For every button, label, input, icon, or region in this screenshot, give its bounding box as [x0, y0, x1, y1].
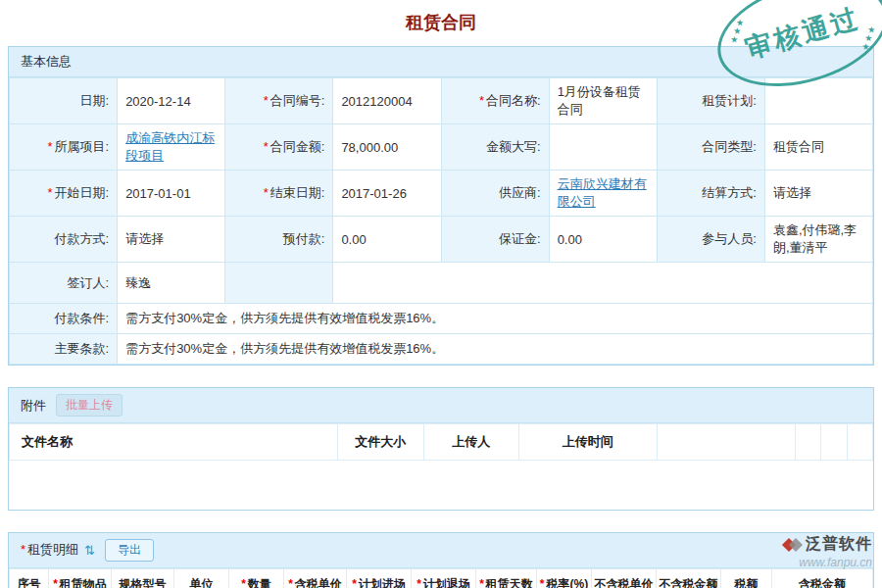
required-asterisk: *: [540, 577, 545, 588]
label-contract-no: *合同编号:: [225, 78, 333, 124]
detail-col-planned-entry-date: *计划进场日期: [347, 568, 412, 588]
attach-col-empty: [657, 424, 795, 461]
label-signer: 签订人:: [10, 263, 118, 304]
required-asterisk: *: [47, 139, 52, 154]
label-end-date: *结束日期:: [225, 171, 333, 217]
label-date: 日期:: [10, 78, 118, 124]
required-asterisk: *: [21, 542, 25, 557]
detail-col-excl-tax-amount: 不含税金额: [657, 568, 721, 588]
value-contract-name: 1月份设备租赁合同: [549, 78, 657, 124]
required-asterisk: *: [479, 93, 484, 108]
attach-col-upload-time: 上传时间: [518, 424, 657, 461]
required-asterisk: *: [416, 577, 421, 588]
required-asterisk: *: [264, 139, 269, 154]
label-amount-in-words: 金额大写:: [441, 124, 549, 171]
value-payment-terms: 需方支付30%定金，供方须先提供有效增值税发票16%。: [118, 304, 873, 334]
attach-col-file-size: 文件大小: [337, 424, 423, 461]
label-participants: 参与人员:: [657, 217, 764, 263]
label-contract-name: *合同名称:: [441, 78, 549, 124]
value-lease-plan: [764, 78, 872, 124]
attachments-table: 文件名称 文件大小 上传人 上传时间: [9, 423, 873, 510]
attachments-title: 附件: [21, 397, 46, 415]
project-link[interactable]: 成渝高铁内江标段项目: [125, 130, 215, 163]
empty-value-cell: [333, 263, 873, 304]
value-date: 2020-12-14: [118, 78, 225, 124]
required-asterisk: *: [264, 185, 269, 200]
sort-icon[interactable]: ⇅: [84, 543, 95, 558]
lease-details-section: *租赁明细 ⇅ 导出 序号 *租赁物品 规格型号 单位 *数量 *含税单价 *计…: [8, 532, 874, 588]
attachments-section: 附件 批量上传 文件名称 文件大小 上传人 上传时间: [8, 387, 874, 511]
required-asterisk: *: [47, 185, 52, 200]
attachments-header-bar: 附件 批量上传: [9, 388, 873, 423]
basic-info-section: 基本信息 日期: 2020-12-14 *合同编号: 2012120004 *合…: [8, 46, 874, 366]
value-contract-no: 2012120004: [333, 78, 441, 124]
attach-col-empty: [821, 424, 847, 461]
label-start-date: *开始日期:: [10, 171, 118, 217]
required-asterisk: *: [288, 577, 293, 588]
label-deposit: 保证金:: [441, 217, 549, 263]
value-amount-in-words: [549, 124, 657, 171]
detail-col-unit: 单位: [174, 568, 229, 588]
label-lease-plan: 租赁计划:: [657, 78, 764, 124]
label-main-clauses: 主要条款:: [10, 334, 118, 365]
basic-info-title: 基本信息: [21, 53, 72, 71]
value-start-date: 2017-01-01: [118, 171, 225, 217]
lease-details-header-bar: *租赁明细 ⇅ 导出: [9, 533, 873, 568]
required-asterisk: *: [264, 93, 269, 108]
detail-col-excl-tax-unit-price: 不含税单价: [592, 568, 657, 588]
value-prepayment: 0.00: [333, 217, 441, 263]
required-asterisk: *: [479, 577, 484, 588]
detail-col-qty: *数量: [229, 568, 284, 588]
empty-label-cell: [225, 263, 333, 304]
label-project: *所属项目:: [10, 124, 118, 171]
detail-col-tax-rate: *税率(%): [537, 568, 592, 588]
detail-col-seq: 序号: [10, 568, 49, 588]
required-asterisk: *: [53, 577, 58, 588]
label-payment-terms: 付款条件:: [10, 304, 118, 334]
lease-details-table: 序号 *租赁物品 规格型号 单位 *数量 *含税单价 *计划进场日期 *计划退场…: [9, 568, 873, 588]
detail-col-tax-amount: 税额: [721, 568, 772, 588]
required-asterisk: *: [352, 577, 357, 588]
value-deposit: 0.00: [549, 217, 657, 263]
attach-col-empty: [795, 424, 820, 461]
label-contract-type: 合同类型:: [657, 124, 764, 171]
export-button[interactable]: 导出: [105, 539, 154, 562]
value-main-clauses: 需方支付30%定金，供方须先提供有效增值税发票16%。: [118, 334, 873, 365]
detail-col-lease-days: *租赁天数: [476, 568, 537, 588]
label-supplier: 供应商:: [441, 171, 549, 217]
required-asterisk: *: [241, 577, 246, 588]
value-project: 成渝高铁内江标段项目: [118, 124, 225, 171]
page-title: 租赁合同: [0, 0, 882, 46]
value-contract-type: 租赁合同: [764, 124, 872, 171]
value-end-date: 2017-01-26: [333, 171, 441, 217]
settlement-method-select[interactable]: 请选择: [764, 171, 872, 217]
attach-col-uploader: 上传人: [423, 424, 518, 461]
label-settlement-method: 结算方式:: [657, 171, 764, 217]
payment-method-select[interactable]: 请选择: [118, 217, 225, 263]
basic-info-table: 日期: 2020-12-14 *合同编号: 2012120004 *合同名称: …: [9, 77, 873, 365]
attachments-empty-area: [10, 461, 873, 510]
value-contract-amount: 78,000.00: [333, 124, 441, 171]
basic-info-header-bar: 基本信息: [9, 47, 873, 77]
detail-col-planned-exit-date: *计划退场日期: [412, 568, 476, 588]
value-signer: 臻逸: [118, 263, 225, 304]
attach-col-file-name: 文件名称: [10, 424, 338, 461]
label-payment-method: 付款方式:: [10, 217, 118, 263]
detail-col-item: *租赁物品: [49, 568, 112, 588]
detail-col-tax-incl-unit-price: *含税单价: [284, 568, 347, 588]
value-supplier: 云南欣兴建材有限公司: [549, 171, 657, 217]
lease-details-title: *租赁明细: [21, 541, 78, 559]
detail-col-spec: 规格型号: [112, 568, 174, 588]
label-contract-amount: *合同金额:: [225, 124, 333, 171]
detail-col-tax-incl-amount: 含税金额: [772, 568, 873, 588]
value-participants: 袁鑫,付伟璐,李朗,董清平: [764, 217, 872, 263]
attach-col-empty: [847, 424, 872, 461]
label-prepayment: 预付款:: [225, 217, 333, 263]
supplier-link[interactable]: 云南欣兴建材有限公司: [558, 176, 647, 209]
batch-upload-button[interactable]: 批量上传: [56, 394, 122, 416]
